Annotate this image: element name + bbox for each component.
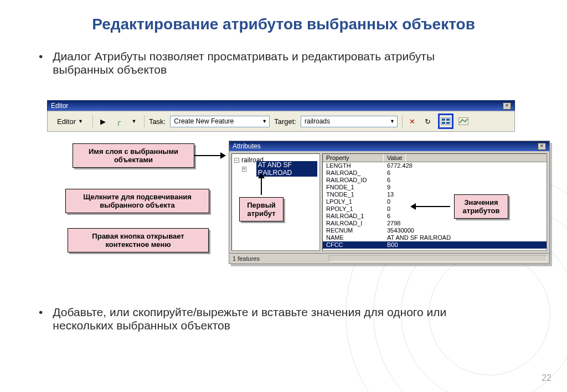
callout-attr-values-l1: Значения (464, 198, 498, 207)
tree-selected-item[interactable]: AT AND SF RAILROAD (256, 161, 317, 177)
bullet-1-text: Диалог Атрибуты позволяет просматривать … (53, 50, 493, 76)
property-name: RAILROAD_ID (323, 177, 384, 184)
target-select[interactable]: railroads ▼ (301, 116, 398, 127)
property-value[interactable]: 6 (384, 169, 390, 177)
attributes-button[interactable] (440, 116, 451, 127)
arrow-icon (261, 175, 262, 195)
callout-context-menu: Правая кнопка открывает контекстное меню (68, 228, 209, 252)
arrow-icon (194, 155, 224, 156)
editor-menu-button[interactable]: Editor ▼ (52, 116, 88, 127)
rotate-tool-icon[interactable]: ↻ (422, 116, 434, 127)
callout-first-attribute-l2: атрибут (247, 209, 275, 218)
chevron-down-icon[interactable]: ▼ (128, 116, 140, 127)
property-row[interactable]: RAILROAD_I2798 (323, 220, 547, 227)
target-select-value: railroads (305, 117, 330, 125)
editor-titlebar: Editor × (47, 100, 515, 111)
editor-menu-label: Editor (57, 117, 76, 126)
expand-icon[interactable]: + (242, 167, 246, 172)
bullet-2: •Добавьте, или скопируйте/вырежьте и вст… (39, 306, 493, 332)
property-row[interactable]: LENGTH6772.428 (323, 162, 547, 169)
property-row[interactable]: FNODE_19 (323, 184, 547, 191)
callout-attr-values-l2: атрибутов (463, 207, 500, 215)
svg-rect-4 (446, 122, 450, 124)
property-value[interactable]: 13 (384, 191, 394, 198)
callout-first-attribute-l1: Первый (247, 201, 276, 209)
play-icon[interactable]: ▶ (97, 116, 109, 127)
property-row[interactable]: RAILROAD_ID6 (323, 177, 547, 184)
property-value[interactable]: AT AND SF RAILROAD (384, 234, 451, 241)
attributes-statusbar: 1 features (229, 253, 549, 264)
callout-layer-name: Имя слоя с выбранными объектами (73, 143, 194, 168)
property-value[interactable]: 0 (384, 205, 390, 213)
property-row[interactable]: RAILROAD_16 (323, 213, 547, 220)
property-value[interactable]: 6772.428 (384, 162, 413, 169)
svg-rect-3 (442, 122, 445, 124)
property-value[interactable]: 2798 (384, 220, 400, 227)
svg-rect-5 (458, 117, 468, 125)
arrow-icon (413, 206, 450, 207)
property-value[interactable]: 35430000 (384, 227, 414, 234)
page-number: 22 (542, 373, 551, 383)
header-value: Value (384, 154, 406, 162)
split-tool-icon[interactable]: ✕ (407, 116, 418, 127)
property-row[interactable]: RECNUM35430000 (323, 227, 547, 234)
property-name: RAILROAD_ (323, 169, 384, 177)
property-row[interactable]: RAILROAD_6 (323, 169, 547, 177)
callout-first-attribute: Первый атрибут (239, 197, 284, 221)
header-property: Property (323, 154, 384, 162)
slide-title: Редактирование атрибутов выбранных объек… (0, 16, 567, 33)
callout-highlight-object: Щелкните для подсвечивания выбранного об… (65, 189, 209, 213)
property-value[interactable]: B00 (384, 241, 398, 249)
close-icon[interactable]: × (538, 143, 546, 150)
property-row[interactable]: LPOLY_10 (323, 198, 547, 205)
attributes-titlebar: Attributes × (229, 141, 549, 151)
target-label: Target: (274, 117, 296, 126)
property-row[interactable]: NAMEAT AND SF RAILROAD (323, 234, 547, 241)
svg-rect-2 (446, 118, 450, 121)
property-grid-header: Property Value (323, 154, 547, 162)
svg-rect-1 (442, 118, 445, 121)
property-name: LPOLY_1 (323, 198, 384, 205)
property-name: RPOLY_1 (323, 205, 384, 213)
property-name: CFCC (323, 241, 384, 249)
task-select-value: Create New Feature (174, 117, 234, 125)
task-select[interactable]: Create New Feature ▼ (170, 116, 270, 127)
property-name: RAILROAD_I (323, 220, 384, 227)
attributes-title-text: Attributes (233, 142, 261, 150)
property-name: LENGTH (323, 162, 384, 169)
editor-toolbar: Editor × Editor ▼ ▶ ╭ ▼ Task: Create New… (47, 100, 515, 132)
property-value[interactable]: 0 (384, 198, 390, 205)
chevron-down-icon: ▼ (78, 118, 83, 124)
sketch-tool-icon[interactable]: ╭ (113, 116, 124, 127)
task-label: Task: (149, 117, 166, 126)
close-icon[interactable]: × (503, 102, 511, 110)
chevron-down-icon: ▼ (390, 118, 395, 124)
property-row[interactable]: TNODE_113 (323, 191, 547, 198)
property-name: FNODE_1 (323, 184, 384, 191)
bullet-1: •Диалог Атрибуты позволяет просматривать… (39, 50, 567, 76)
property-value[interactable]: 6 (384, 213, 390, 220)
bullet-2-text: Добавьте, или скопируйте/вырежьте и вста… (53, 306, 493, 332)
property-value[interactable]: 9 (384, 184, 390, 191)
property-name: TNODE_1 (323, 191, 384, 198)
property-name: NAME (323, 234, 384, 241)
property-row[interactable]: CFCCB00 (323, 241, 547, 249)
property-name: RAILROAD_1 (323, 213, 384, 220)
property-value[interactable]: 6 (384, 177, 390, 184)
property-name: RECNUM (323, 227, 384, 234)
editor-title-text: Editor (51, 102, 68, 110)
attributes-button-highlight (438, 114, 453, 129)
chevron-down-icon: ▼ (262, 118, 267, 124)
collapse-icon[interactable]: − (234, 158, 239, 163)
sketch-properties-icon[interactable] (458, 116, 469, 127)
callout-attr-values: Значения атрибутов (454, 194, 508, 219)
property-grid[interactable]: Property Value LENGTH6772.428RAILROAD_6R… (322, 153, 547, 251)
